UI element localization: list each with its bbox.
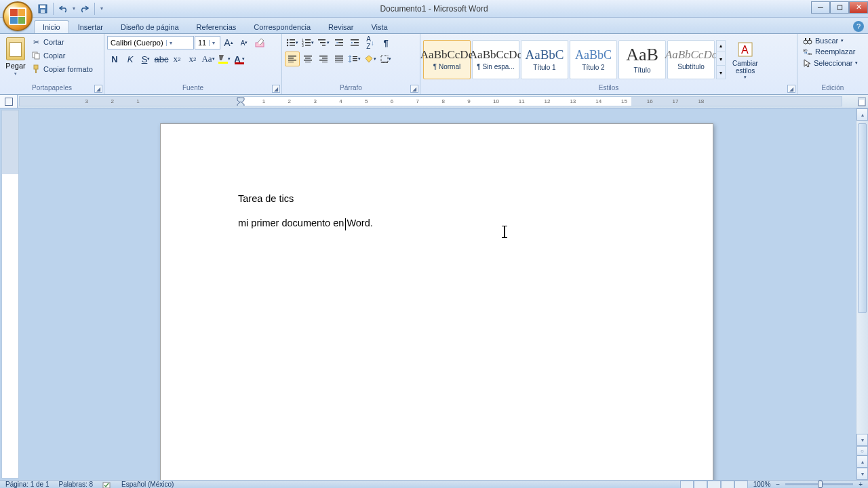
- style-sin-espaciado[interactable]: AaBbCcDc ¶ Sin espa...: [472, 40, 519, 79]
- portapapeles-launcher[interactable]: ◢: [94, 85, 102, 93]
- group-portapapeles-label: Portapapeles: [3, 83, 101, 94]
- scroll-thumb[interactable]: [858, 123, 867, 313]
- show-marks-button[interactable]: ¶: [378, 35, 393, 50]
- format-painter-button[interactable]: Copiar formato: [30, 62, 94, 76]
- shading-button[interactable]: ▾: [363, 52, 378, 66]
- style-titulo[interactable]: AaB Título: [618, 40, 666, 79]
- scroll-up-button[interactable]: ▴: [856, 108, 868, 121]
- bullets-button[interactable]: ▾: [285, 35, 300, 50]
- align-right-button[interactable]: [316, 52, 331, 66]
- document-viewport[interactable]: Tarea de tics mi primer documento en Wor…: [19, 108, 856, 480]
- zoom-slider[interactable]: [785, 483, 853, 485]
- status-page[interactable]: Página: 1 de 1: [5, 481, 50, 488]
- paragraph-2[interactable]: mi primer documento en Word.: [238, 216, 649, 231]
- grow-font-button[interactable]: A▴: [221, 35, 236, 50]
- indent-marker-icon[interactable]: [237, 97, 245, 106]
- vertical-scrollbar[interactable]: ▴ ▾ ○ ▴ ▾: [856, 108, 868, 480]
- qat-save-button[interactable]: [35, 1, 50, 16]
- styles-gallery-scroll[interactable]: ▴ ▾ ▾: [716, 40, 726, 79]
- qat-customize-button[interactable]: ▾: [98, 5, 106, 12]
- style-subtitulo[interactable]: AaBbCcDc Subtítulo: [667, 40, 715, 79]
- horizontal-ruler[interactable]: 321123456789101112131415161718: [19, 96, 842, 106]
- justify-button[interactable]: [332, 52, 347, 66]
- qat-redo-button[interactable]: [77, 1, 92, 16]
- increase-indent-button[interactable]: [347, 35, 362, 50]
- style-normal[interactable]: AaBbCcDc ¶ Normal: [423, 40, 471, 79]
- fuente-launcher[interactable]: ◢: [272, 85, 280, 93]
- copy-button[interactable]: Copiar: [30, 49, 94, 62]
- highlight-color-button[interactable]: ▾: [216, 52, 231, 66]
- borders-button[interactable]: ▾: [378, 52, 393, 66]
- multilevel-list-button[interactable]: ▾: [316, 35, 331, 50]
- close-button[interactable]: ✕: [849, 1, 868, 14]
- zoom-level[interactable]: 100%: [753, 481, 771, 488]
- paragraph-1[interactable]: Tarea de tics: [238, 192, 649, 207]
- font-size-combo[interactable]: 11 ▾: [195, 36, 220, 49]
- view-print-layout-button[interactable]: [680, 481, 694, 489]
- minimize-button[interactable]: ─: [811, 1, 830, 14]
- strikethrough-button[interactable]: abc: [154, 52, 169, 66]
- tab-inicio[interactable]: Inicio: [34, 20, 69, 33]
- maximize-button[interactable]: ◻: [830, 1, 849, 14]
- sort-button[interactable]: AZ↓: [363, 35, 378, 50]
- svg-rect-42: [322, 62, 328, 62]
- prev-page-button[interactable]: ▴: [856, 455, 868, 468]
- underline-button[interactable]: S▾: [138, 52, 153, 66]
- superscript-button[interactable]: x2: [185, 52, 200, 66]
- view-draft-button[interactable]: [734, 481, 748, 489]
- proofing-icon[interactable]: [102, 481, 112, 489]
- office-button[interactable]: [3, 1, 33, 31]
- status-words[interactable]: Palabras: 8: [59, 481, 94, 488]
- line-spacing-button[interactable]: ▾: [347, 52, 362, 66]
- svg-rect-11: [290, 39, 295, 41]
- page[interactable]: Tarea de tics mi primer documento en Wor…: [160, 123, 713, 480]
- font-name-combo[interactable]: Calibri (Cuerpo) ▾: [107, 36, 194, 49]
- font-color-button[interactable]: A▾: [232, 52, 247, 66]
- select-button[interactable]: Seleccionar ▾: [800, 57, 861, 69]
- tab-selector[interactable]: [0, 95, 18, 108]
- decrease-indent-button[interactable]: [332, 35, 347, 50]
- vertical-ruler[interactable]: [1, 110, 19, 479]
- change-styles-button[interactable]: A Cambiar estilos ▾: [727, 37, 764, 83]
- zoom-out-button[interactable]: −: [776, 481, 780, 488]
- clear-formatting-button[interactable]: [252, 35, 267, 50]
- qat-undo-button[interactable]: [56, 1, 71, 16]
- parrafo-launcher[interactable]: ◢: [410, 85, 418, 93]
- scroll-track[interactable]: [856, 121, 868, 434]
- cut-button[interactable]: ✂ Cortar: [30, 35, 94, 49]
- view-web-layout-button[interactable]: [707, 481, 721, 489]
- shrink-font-button[interactable]: A▾: [237, 35, 252, 50]
- change-case-button[interactable]: Aa▾: [201, 52, 216, 66]
- style-titulo2[interactable]: AaBbC Título 2: [570, 40, 617, 79]
- tab-correspondencia[interactable]: Correspondencia: [245, 20, 319, 33]
- help-button[interactable]: ?: [853, 21, 864, 32]
- bold-button[interactable]: N: [107, 52, 122, 66]
- tab-diseno-pagina[interactable]: Diseño de página: [112, 20, 188, 33]
- zoom-handle[interactable]: [818, 481, 823, 488]
- align-center-button[interactable]: [300, 52, 315, 66]
- next-page-button[interactable]: ▾: [856, 468, 868, 480]
- ruler-toggle-button[interactable]: [856, 95, 868, 108]
- undo-dropdown-icon[interactable]: ▾: [73, 5, 75, 12]
- tab-vista[interactable]: Vista: [362, 20, 396, 33]
- scroll-down-button[interactable]: ▾: [856, 434, 868, 446]
- replace-button[interactable]: abac Reemplazar: [800, 46, 858, 57]
- view-full-screen-button[interactable]: [694, 481, 707, 489]
- status-language[interactable]: Español (México): [121, 481, 174, 488]
- numbering-button[interactable]: 123▾: [300, 35, 315, 50]
- align-left-button[interactable]: [285, 52, 300, 66]
- italic-button[interactable]: K: [123, 52, 138, 66]
- find-button[interactable]: Buscar ▾: [800, 35, 846, 46]
- text-caret: [345, 218, 346, 230]
- tab-referencias[interactable]: Referencias: [188, 20, 245, 33]
- tab-insertar[interactable]: Insertar: [69, 20, 112, 33]
- browse-object-button[interactable]: ○: [856, 446, 868, 455]
- paste-button[interactable]: Pegar ▾: [3, 35, 28, 79]
- style-titulo1[interactable]: AaBbC Título 1: [521, 40, 568, 79]
- chevron-down-icon: ▾: [166, 40, 172, 46]
- view-outline-button[interactable]: [721, 481, 734, 489]
- estilos-launcher[interactable]: ◢: [787, 85, 795, 93]
- tab-revisar[interactable]: Revisar: [319, 20, 362, 33]
- zoom-in-button[interactable]: +: [859, 481, 863, 488]
- subscript-button[interactable]: x2: [170, 52, 184, 66]
